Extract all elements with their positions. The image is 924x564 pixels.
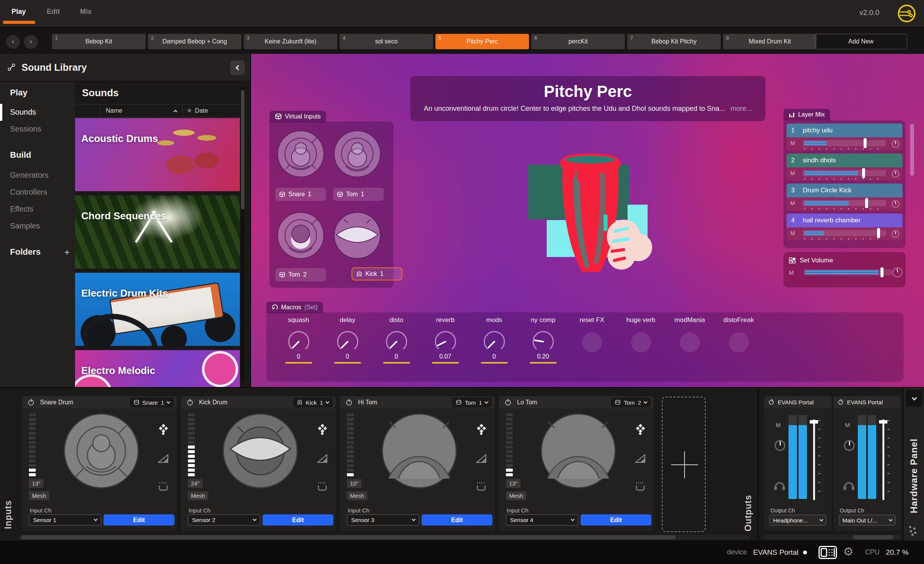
layer-mix-scrollbar[interactable] xyxy=(910,124,914,176)
set-volume-knob[interactable] xyxy=(892,267,902,277)
virtual-pad-snare[interactable] xyxy=(276,129,325,179)
sensor-select[interactable]: Sensor 1 xyxy=(29,514,101,526)
drum-hoop-icon[interactable] xyxy=(476,482,487,492)
preset-button-6[interactable]: 6percKit xyxy=(531,34,625,49)
layers-diamond-icon[interactable] xyxy=(157,424,169,436)
mute-button[interactable]: M xyxy=(790,200,795,206)
macro-trigger-button[interactable] xyxy=(729,332,749,352)
power-icon[interactable] xyxy=(838,400,843,405)
macro-trigger-button[interactable] xyxy=(680,332,700,352)
velocity-triangle-icon[interactable] xyxy=(158,454,169,463)
fader-handle[interactable] xyxy=(877,228,880,238)
mute-button[interactable]: M xyxy=(776,422,781,428)
sounds-scrollbar[interactable] xyxy=(241,87,245,382)
fader-handle[interactable] xyxy=(864,138,867,148)
channel-selector[interactable]: Tom2 xyxy=(611,397,651,407)
power-icon[interactable] xyxy=(769,400,774,405)
output-ch-select[interactable]: Main Out L/... xyxy=(839,515,896,526)
layer-header[interactable]: 2sindh dhols xyxy=(787,154,902,167)
output-pan-knob[interactable] xyxy=(844,440,855,451)
sensor-select[interactable]: Sensor 2 xyxy=(188,514,260,526)
channel-selector[interactable]: Kick1 xyxy=(293,397,333,407)
fader-handle[interactable] xyxy=(810,420,818,424)
virtual-pad-tom1[interactable] xyxy=(333,129,382,179)
add-folder-button[interactable]: + xyxy=(64,247,70,258)
hardware-panel-toggle[interactable] xyxy=(906,390,922,407)
macro-knob[interactable] xyxy=(531,329,556,353)
output-ch-select[interactable]: Headphone... xyxy=(770,515,826,526)
collapse-panel-button[interactable] xyxy=(230,60,245,75)
macro-knob[interactable] xyxy=(384,329,409,353)
power-icon[interactable] xyxy=(346,400,352,405)
sidebar-item-generators[interactable]: Generators xyxy=(10,171,49,180)
add-input-slot[interactable] xyxy=(662,397,706,532)
layer-pan-knob[interactable] xyxy=(892,230,899,238)
preset-button-7[interactable]: 7Bebop Kit Pitchy xyxy=(627,34,721,49)
fader-handle[interactable] xyxy=(862,168,865,178)
velocity-triangle-icon[interactable] xyxy=(317,454,328,463)
mute-button[interactable]: M xyxy=(789,269,794,276)
preset-prev-button[interactable]: ‹ xyxy=(6,35,20,49)
drum-hoop-icon[interactable] xyxy=(158,482,169,492)
layer-volume-slider[interactable] xyxy=(803,140,886,146)
drum-hoop-icon[interactable] xyxy=(635,482,646,492)
tab-play[interactable]: Play xyxy=(12,8,26,16)
preset-button-3[interactable]: 3Keine Zukunft (lite) xyxy=(244,34,337,49)
more-link[interactable]: more... xyxy=(730,105,752,112)
layer-pan-knob[interactable] xyxy=(892,200,899,208)
sound-card-acoustic-drums[interactable]: Acoustic Drums xyxy=(75,118,240,191)
sidebar-item-controllers[interactable]: Controllers xyxy=(10,188,47,197)
brand-logo-icon[interactable] xyxy=(896,3,917,24)
edit-button[interactable]: Edit xyxy=(263,514,333,526)
layers-diamond-icon[interactable] xyxy=(475,424,487,436)
layer-pan-knob[interactable] xyxy=(892,170,899,178)
layer-header[interactable]: 4hall reverb chamber xyxy=(787,214,902,227)
channel-selector[interactable]: Snare1 xyxy=(130,397,174,407)
edit-button[interactable]: Edit xyxy=(104,514,174,526)
fader-handle[interactable] xyxy=(880,267,884,277)
device-icon[interactable] xyxy=(819,546,837,559)
layers-diamond-icon[interactable] xyxy=(634,424,646,436)
layer-pan-knob[interactable] xyxy=(892,140,899,148)
mute-button[interactable]: M xyxy=(845,422,850,428)
virtual-input-tom-2[interactable]: Tom2 xyxy=(275,268,326,281)
velocity-triangle-icon[interactable] xyxy=(635,454,646,463)
macro-knob[interactable] xyxy=(482,329,507,353)
power-icon[interactable] xyxy=(28,400,34,405)
channel-selector[interactable]: Tom1 xyxy=(452,397,492,407)
sidebar-item-sessions[interactable]: Sessions xyxy=(10,125,41,133)
virtual-input-tom-1[interactable]: Tom1 xyxy=(333,188,384,201)
edit-button[interactable]: Edit xyxy=(581,514,651,526)
preset-button-1[interactable]: 1Bebop Kit xyxy=(52,34,146,49)
macro-knob[interactable] xyxy=(335,329,360,353)
sidebar-item-effects[interactable]: Effects xyxy=(10,205,33,214)
layers-diamond-icon[interactable] xyxy=(316,424,328,436)
tab-edit[interactable]: Edit xyxy=(47,8,60,16)
settings-gear-icon[interactable]: ⚙ xyxy=(843,546,854,557)
sensor-select[interactable]: Sensor 3 xyxy=(347,514,419,526)
macro-knob[interactable] xyxy=(433,329,458,353)
fader-handle[interactable] xyxy=(865,198,868,208)
sidebar-item-sounds[interactable]: Sounds xyxy=(10,108,36,117)
outputs-scrollbar[interactable] xyxy=(764,535,901,540)
mute-button[interactable]: M xyxy=(790,230,795,236)
virtual-input-snare-1[interactable]: Snare1 xyxy=(275,188,326,201)
sensor-select[interactable]: Sensor 4 xyxy=(506,514,578,526)
output-fader[interactable] xyxy=(812,419,815,500)
add-new-preset-button[interactable]: Add New xyxy=(815,34,907,49)
output-pan-knob[interactable] xyxy=(775,440,785,451)
mute-button[interactable]: M xyxy=(790,170,795,176)
layer-header[interactable]: 3Drum Circle Kick xyxy=(787,184,902,197)
sort-by-name[interactable]: Name xyxy=(100,105,183,117)
inputs-scrollbar[interactable] xyxy=(19,535,751,540)
sidebar-item-samples[interactable]: Samples xyxy=(10,222,40,230)
velocity-triangle-icon[interactable] xyxy=(476,454,487,463)
tab-mix[interactable]: Mix xyxy=(80,8,92,16)
mute-button[interactable]: M xyxy=(790,140,795,146)
layer-volume-slider[interactable] xyxy=(803,170,886,176)
layer-header[interactable]: 1pitchy udu xyxy=(787,123,902,137)
virtual-input-kick-1-selected[interactable]: Kick1 xyxy=(352,267,402,280)
sort-by-date[interactable]: ≡Date xyxy=(183,105,241,117)
macro-trigger-button[interactable] xyxy=(631,332,651,352)
sound-card-electric-drum-kits[interactable]: Electric Drum Kits xyxy=(75,273,240,346)
